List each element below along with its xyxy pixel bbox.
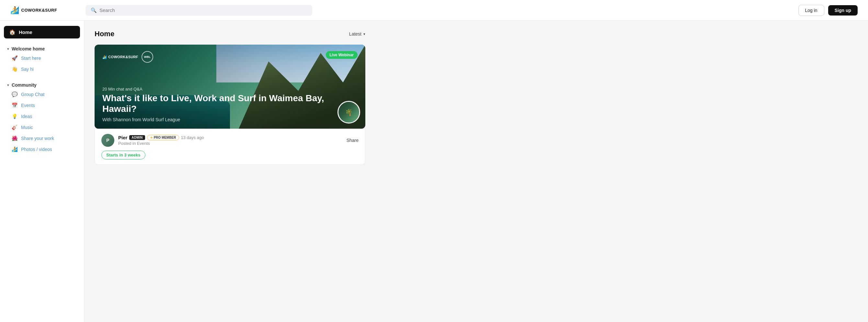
author-info: Pier ADMIN ★ PRO MEMBER 13 days ago Post… [118,135,204,146]
post-location: Posted in Events [118,141,204,146]
page-title: Home [95,30,114,38]
nav-actions: Log in Sign up [798,5,858,16]
sidebar-item-share-work[interactable]: 🌺 Share your work [3,133,81,144]
wave-icon: 👋 [12,66,18,72]
login-button[interactable]: Log in [798,5,824,16]
search-box: 🔍 [86,5,312,16]
sidebar-item-group-chat[interactable]: 💬 Group Chat [3,89,81,100]
pro-badge-label: PRO MEMBER [154,136,176,139]
sidebar-item-label: Ideas [21,114,32,119]
sort-button[interactable]: Latest ▾ [349,31,365,37]
post-meta-top: P Pier ADMIN ★ PRO MEMBER 13 days ago [101,134,359,147]
hero-byline: With Shannon from World Surf League [102,117,358,122]
logo-area: 🏄 COWORK&SURF [10,6,75,14]
sidebar-item-label: Photos / videos [21,147,52,152]
search-input[interactable] [99,7,307,13]
sidebar-item-ideas[interactable]: 💡 Ideas [3,111,81,122]
rocket-icon: 🚀 [12,55,18,61]
main-content: Home Latest ▾ 🏄 COWORK&SURF [84,21,376,322]
post-meta: P Pier ADMIN ★ PRO MEMBER 13 days ago [95,129,365,165]
sidebar-section-welcome: ▼ Welcome home 🚀 Start here 👋 Say hi [0,44,84,75]
sidebar-home-button[interactable]: 🏠 Home [4,26,80,38]
author-name-row: Pier ADMIN ★ PRO MEMBER 13 days ago [118,135,204,140]
home-label: Home [19,29,32,35]
sidebar-community-group[interactable]: ▼ Community [0,80,84,89]
community-group-label: Community [12,82,37,87]
post-time: 13 days ago [181,135,204,140]
hero-logos: 🏄 COWORK&SURF WBL [102,51,153,63]
starts-in-badge: Starts in 3 weeks [101,151,146,159]
surf-photo-icon: 🏄 [12,146,18,152]
hero-top-row: 🏄 COWORK&SURF WBL Live Webinar [102,51,358,63]
sidebar-item-start-here[interactable]: 🚀 Start here [3,53,81,64]
app-name: COWORK&SURF [21,8,57,12]
sidebar-item-label: Events [21,103,35,108]
app-logo[interactable]: 🏄 COWORK&SURF [10,6,57,14]
wbl-text: WBL [144,55,151,59]
author-avatar: P [101,134,114,147]
sidebar-item-label: Share your work [21,136,54,141]
topnav: 🏄 COWORK&SURF 🔍 Log in Sign up [0,0,868,21]
post-author: P Pier ADMIN ★ PRO MEMBER 13 days ago [101,134,204,147]
chevron-down-icon: ▾ [363,32,365,36]
sidebar-item-say-hi[interactable]: 👋 Say hi [3,64,81,75]
surf-logo-icon: 🏄 [102,55,107,59]
hero-subtitle: 20 Min chat and Q&A [102,87,358,92]
chevron-down-icon: ▼ [6,47,10,51]
pro-member-badge: ★ PRO MEMBER [147,135,179,140]
sidebar-item-label: Start here [21,56,41,61]
live-webinar-badge: Live Webinar [326,51,358,59]
home-icon: 🏠 [9,29,16,35]
star-icon: ★ [150,136,153,139]
search-wrap: 🔍 [86,5,312,16]
sidebar-welcome-group[interactable]: ▼ Welcome home [0,44,84,53]
calendar-icon: 📅 [12,103,18,108]
guitar-icon: 🎸 [12,124,18,130]
hero-content: 🏄 COWORK&SURF WBL Live Webinar 20 Min ch… [95,45,365,129]
welcome-group-label: Welcome home [12,46,45,51]
author-name: Pier [118,135,127,140]
surf-icon: 🏄 [10,6,20,14]
sidebar-section-community: ▼ Community 💬 Group Chat 📅 Events 💡 Idea… [0,80,84,155]
right-panel [376,21,479,322]
main-header: Home Latest ▾ [95,30,365,38]
share-button[interactable]: Share [346,138,359,143]
flower-icon: 🌺 [12,136,18,141]
signup-button[interactable]: Sign up [828,5,858,15]
sidebar-item-label: Say hi [21,67,34,72]
hero-card[interactable]: 🏄 COWORK&SURF WBL Live Webinar 20 Min ch… [95,45,365,165]
hero-logo-text: COWORK&SURF [108,55,138,59]
sidebar-item-label: Group Chat [21,92,44,97]
sort-label: Latest [349,31,362,37]
sidebar-item-events[interactable]: 📅 Events [3,100,81,111]
sidebar-item-music[interactable]: 🎸 Music [3,122,81,133]
admin-badge: ADMIN [129,135,145,140]
chat-icon: 💬 [12,92,18,97]
hero-image: 🏄 COWORK&SURF WBL Live Webinar 20 Min ch… [95,45,365,129]
sidebar-item-photos-videos[interactable]: 🏄 Photos / videos [3,144,81,155]
sidebar-divider [0,76,84,80]
layout: 🏠 Home ▼ Welcome home 🚀 Start here 👋 Say… [0,21,868,322]
chevron-down-icon: ▼ [6,83,10,87]
hero-logo-main: 🏄 COWORK&SURF [102,55,138,59]
hero-logo-circle: WBL [142,51,153,63]
avatar: 🌴 [338,101,360,123]
search-icon: 🔍 [91,7,97,13]
hero-title: What's it like to Live, Work and Surf in… [102,93,358,114]
avatar-image: 🌴 [338,102,359,122]
sidebar: 🏠 Home ▼ Welcome home 🚀 Start here 👋 Say… [0,21,84,322]
bulb-icon: 💡 [12,113,18,119]
sidebar-item-label: Music [21,125,33,130]
author-avatar-icon: P [106,138,109,143]
